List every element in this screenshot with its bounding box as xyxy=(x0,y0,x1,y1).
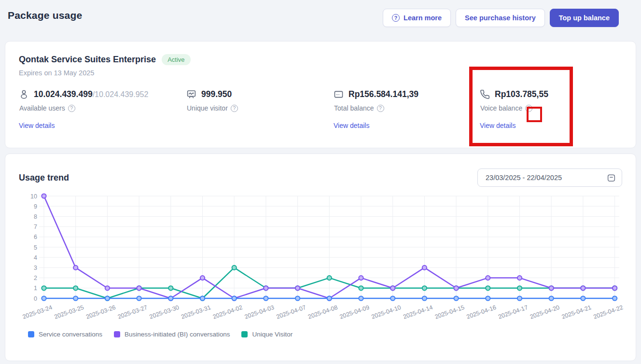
svg-text:6: 6 xyxy=(34,234,37,240)
svg-text:2025-03-24: 2025-03-24 xyxy=(22,304,53,321)
svg-text:5: 5 xyxy=(34,244,37,251)
usage-trend-chart: 0123456789102025-03-242025-03-252025-03-… xyxy=(5,188,637,334)
stat-unique-visitor: 999.950 Unique visitor ? xyxy=(186,89,238,112)
svg-text:9: 9 xyxy=(34,203,37,210)
usage-trend-card: Usage trend 23/03/2025 - 22/04/2025 0123… xyxy=(5,154,636,361)
help-icon[interactable]: ? xyxy=(231,105,238,112)
package-usage-page: Package usage ? Learn more See purchase … xyxy=(0,0,641,364)
svg-text:2025-04-20: 2025-04-20 xyxy=(529,304,560,321)
svg-text:2025-04-22: 2025-04-22 xyxy=(593,304,624,321)
phone-icon xyxy=(480,89,490,99)
svg-text:7: 7 xyxy=(34,224,37,230)
expires-text: Expires on 13 May 2025 xyxy=(5,65,636,77)
svg-text:10: 10 xyxy=(30,193,37,200)
svg-text:3: 3 xyxy=(34,265,37,271)
card-icon xyxy=(334,89,344,99)
svg-text:2025-03-25: 2025-03-25 xyxy=(54,304,85,321)
available-users-total: /10.024.439.952 xyxy=(93,90,149,98)
stat-total-balance: Rp156.584.141,39 Total balance ? View de… xyxy=(334,89,418,130)
chart-legend: Service conversationsBusiness-initiated … xyxy=(5,331,636,338)
available-users-value: 10.024.439.499 xyxy=(34,89,93,99)
legend-item[interactable]: Business-initiated (BI) conversations xyxy=(114,331,230,338)
svg-text:2025-04-15: 2025-04-15 xyxy=(434,304,465,321)
top-up-balance-label: Top up balance xyxy=(559,14,610,22)
stat-voice-balance: Rp103.785,55 Voice balance ? View detail… xyxy=(480,89,548,130)
view-details-link[interactable]: View details xyxy=(334,122,369,129)
svg-text:2025-04-21: 2025-04-21 xyxy=(561,304,592,321)
voice-balance-value: Rp103.785,55 xyxy=(495,89,548,99)
legend-label: Unique Visitor xyxy=(252,331,293,338)
svg-text:2025-04-03: 2025-04-03 xyxy=(244,304,275,321)
legend-swatch-icon xyxy=(114,331,120,337)
legend-item[interactable]: Unique Visitor xyxy=(241,331,293,338)
usage-trend-title: Usage trend xyxy=(19,173,69,183)
svg-text:2025-04-02: 2025-04-02 xyxy=(212,304,243,321)
unique-visitor-value: 999.950 xyxy=(201,89,232,99)
status-badge: Active xyxy=(162,54,190,65)
date-range-picker[interactable]: 23/03/2025 - 22/04/2025 xyxy=(477,168,622,187)
available-users-label: Available users xyxy=(19,104,65,112)
package-stats-row: 10.024.439.499/10.024.439.952 Available … xyxy=(19,89,622,142)
svg-text:2025-03-26: 2025-03-26 xyxy=(85,304,116,321)
view-details-link[interactable]: View details xyxy=(480,122,516,129)
unique-visitor-label: Unique visitor xyxy=(187,104,228,112)
legend-label: Service conversations xyxy=(39,331,102,338)
user-icon xyxy=(19,89,29,99)
svg-text:2025-04-10: 2025-04-10 xyxy=(371,304,402,321)
total-balance-value: Rp156.584.141,39 xyxy=(348,89,418,99)
see-purchase-history-label: See purchase history xyxy=(465,14,536,22)
help-icon[interactable]: ? xyxy=(377,105,384,112)
svg-text:2025-03-30: 2025-03-30 xyxy=(149,304,180,321)
svg-text:2025-04-07: 2025-04-07 xyxy=(276,304,307,321)
stat-available-users: 10.024.439.499/10.024.439.952 Available … xyxy=(19,89,148,130)
see-purchase-history-button[interactable]: See purchase history xyxy=(456,9,545,27)
svg-text:2025-04-08: 2025-04-08 xyxy=(307,304,338,321)
header-actions: ? Learn more See purchase history Top up… xyxy=(383,9,619,27)
svg-text:2025-03-31: 2025-03-31 xyxy=(180,304,211,321)
svg-text:2025-04-14: 2025-04-14 xyxy=(402,304,433,321)
svg-text:2025-04-17: 2025-04-17 xyxy=(497,304,529,321)
svg-text:4: 4 xyxy=(34,254,37,261)
date-range-text: 23/03/2025 - 22/04/2025 xyxy=(486,174,562,182)
page-title: Package usage xyxy=(8,10,82,21)
legend-item[interactable]: Service conversations xyxy=(28,331,102,338)
calendar-icon xyxy=(607,173,616,182)
package-card: Qontak Service Suites Enterprise Active … xyxy=(5,41,636,148)
svg-text:2025-04-09: 2025-04-09 xyxy=(339,304,370,321)
help-icon: ? xyxy=(392,14,400,22)
learn-more-button[interactable]: ? Learn more xyxy=(383,9,451,27)
legend-swatch-icon xyxy=(28,331,34,337)
package-name: Qontak Service Suites Enterprise xyxy=(19,55,156,65)
view-details-link[interactable]: View details xyxy=(19,122,55,129)
learn-more-label: Learn more xyxy=(404,14,442,22)
svg-text:2: 2 xyxy=(34,275,37,281)
legend-swatch-icon xyxy=(241,331,248,337)
svg-text:1: 1 xyxy=(34,285,37,292)
voice-balance-label: Voice balance xyxy=(480,104,522,112)
legend-label: Business-initiated (BI) conversations xyxy=(125,331,230,338)
package-title-row: Qontak Service Suites Enterprise Active xyxy=(5,42,636,65)
top-up-balance-button[interactable]: Top up balance xyxy=(550,9,619,27)
total-balance-label: Total balance xyxy=(334,104,374,112)
help-icon[interactable]: ? xyxy=(525,105,532,112)
svg-text:8: 8 xyxy=(34,213,37,220)
svg-text:2025-04-16: 2025-04-16 xyxy=(466,304,497,321)
help-icon[interactable]: ? xyxy=(68,105,75,112)
monitor-icon xyxy=(186,89,196,99)
svg-text:2025-03-27: 2025-03-27 xyxy=(117,304,148,321)
svg-text:0: 0 xyxy=(34,295,37,302)
